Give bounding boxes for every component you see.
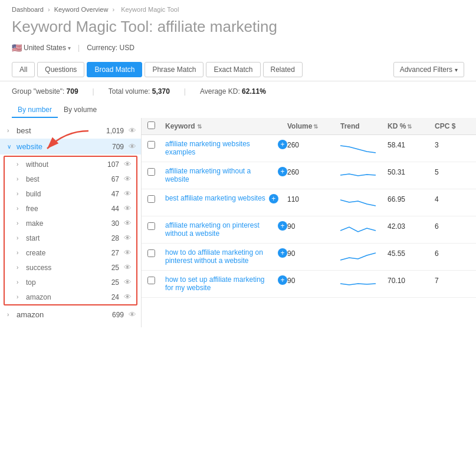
sort-by-volume[interactable]: By volume bbox=[58, 103, 103, 118]
sub-item-start[interactable]: › start 28 👁 bbox=[5, 231, 136, 245]
th-keyword: Keyword ⇅ bbox=[165, 122, 287, 130]
keyword-link[interactable]: affiliate marketing on pinterest without… bbox=[165, 221, 274, 238]
chevron-right-icon: › bbox=[17, 294, 24, 300]
sub-item-amazon[interactable]: › amazon 24 👁 bbox=[5, 290, 136, 304]
sort-tabs: By number By volume bbox=[0, 99, 476, 118]
add-keyword-icon[interactable]: + bbox=[269, 194, 278, 203]
sort-by-number[interactable]: By number bbox=[12, 103, 58, 118]
sidebar-item-amazon-bottom[interactable]: › amazon 699 👁 bbox=[0, 307, 141, 323]
cpc-cell: 6 bbox=[435, 248, 470, 258]
row-checkbox[interactable] bbox=[147, 249, 155, 257]
row-checkbox[interactable] bbox=[147, 168, 155, 176]
advanced-filters-dropdown[interactable]: Advanced Filters ▾ bbox=[393, 62, 464, 77]
row-checkbox[interactable] bbox=[147, 277, 155, 284]
table-row: affiliate marketing websites examples + … bbox=[142, 135, 476, 162]
sub-label: amazon bbox=[26, 293, 109, 301]
sidebar-label: best bbox=[17, 126, 104, 135]
eye-icon[interactable]: 👁 bbox=[124, 292, 132, 301]
db-label[interactable]: 🇺🇸 United States ▾ bbox=[12, 43, 71, 52]
sidebar: › best 1,019 👁 ∨ website 709 👁 bbox=[0, 118, 142, 327]
volume-cell: 90 bbox=[287, 248, 340, 258]
chevron-right-icon: › bbox=[7, 311, 14, 318]
tab-broad-match[interactable]: Broad Match bbox=[87, 62, 142, 77]
chevron-right-icon: › bbox=[17, 190, 24, 197]
sub-item-build[interactable]: › build 47 👁 bbox=[5, 186, 136, 201]
kd-cell: 45.55 bbox=[388, 248, 435, 258]
sub-item-without[interactable]: › without 107 👁 bbox=[5, 157, 136, 172]
sidebar-label: amazon bbox=[17, 310, 110, 319]
eye-icon[interactable]: 👁 bbox=[124, 204, 132, 213]
eye-icon[interactable]: 👁 bbox=[124, 160, 132, 169]
add-keyword-icon[interactable]: + bbox=[278, 221, 287, 231]
tab-phrase-match[interactable]: Phrase Match bbox=[145, 62, 203, 77]
eye-icon[interactable]: 👁 bbox=[124, 219, 132, 228]
trend-cell bbox=[340, 221, 388, 238]
tab-exact-match[interactable]: Exact Match bbox=[206, 62, 260, 77]
volume-cell: 90 bbox=[287, 221, 340, 231]
keyword-link[interactable]: best affiliate marketing websites bbox=[165, 194, 265, 202]
sidebar-item-website[interactable]: ∨ website 709 👁 bbox=[0, 139, 141, 155]
row-checkbox[interactable] bbox=[147, 141, 155, 149]
keyword-link[interactable]: how to set up affiliate marketing for my… bbox=[165, 275, 274, 292]
th-trend: Trend bbox=[340, 122, 388, 130]
sort-icon[interactable]: ⇅ bbox=[197, 123, 202, 130]
eye-icon[interactable]: 👁 bbox=[124, 263, 132, 272]
chevron-right-icon: › bbox=[17, 279, 24, 285]
eye-icon[interactable]: 👁 bbox=[124, 189, 132, 198]
tab-questions[interactable]: Questions bbox=[37, 62, 84, 77]
sub-item-success[interactable]: › success 25 👁 bbox=[5, 260, 136, 275]
sort-icon[interactable]: ⇅ bbox=[407, 123, 412, 130]
add-keyword-icon[interactable]: + bbox=[278, 167, 287, 176]
sub-count: 25 bbox=[111, 264, 119, 272]
sub-item-top[interactable]: › top 25 👁 bbox=[5, 275, 136, 290]
tab-related[interactable]: Related bbox=[263, 62, 303, 77]
kd-cell: 42.03 bbox=[388, 221, 435, 231]
sub-item-make[interactable]: › make 30 👁 bbox=[5, 216, 136, 231]
eye-icon[interactable]: 👁 bbox=[124, 248, 132, 257]
eye-icon[interactable]: 👁 bbox=[129, 310, 136, 319]
eye-icon[interactable]: 👁 bbox=[124, 234, 132, 242]
tab-all[interactable]: All bbox=[12, 62, 35, 77]
sidebar-item-best[interactable]: › best 1,019 👁 bbox=[0, 123, 141, 139]
sub-count: 27 bbox=[111, 249, 119, 257]
keyword-link[interactable]: affiliate marketing without a website bbox=[165, 167, 274, 183]
table-header: Keyword ⇅ Volume ⇅ Trend KD % ⇅ CPC $ bbox=[142, 118, 476, 135]
chevron-down-icon: ▾ bbox=[455, 67, 458, 73]
sub-label: top bbox=[26, 278, 109, 287]
row-checkbox[interactable] bbox=[147, 222, 155, 230]
sub-count: 25 bbox=[111, 278, 119, 287]
add-keyword-icon[interactable]: + bbox=[278, 140, 287, 149]
add-keyword-icon[interactable]: + bbox=[278, 275, 287, 285]
eye-icon[interactable]: 👁 bbox=[124, 175, 132, 183]
sort-icon[interactable]: ⇅ bbox=[313, 123, 318, 130]
keyword-link[interactable]: how to do affiliate marketing on pintere… bbox=[165, 248, 274, 265]
sub-item-best[interactable]: › best 67 👁 bbox=[5, 172, 136, 186]
avg-kd-stat: Average KD: 62.11% bbox=[200, 87, 266, 96]
row-checkbox[interactable] bbox=[147, 195, 155, 203]
sub-count: 47 bbox=[111, 190, 119, 198]
trend-cell bbox=[340, 275, 388, 292]
sub-item-free[interactable]: › free 44 👁 bbox=[5, 201, 136, 216]
sub-item-create[interactable]: › create 27 👁 bbox=[5, 245, 136, 260]
chevron-right-icon: › bbox=[17, 161, 24, 167]
page-title-keyword: affiliate marketing bbox=[157, 18, 277, 35]
chevron-right-icon: › bbox=[17, 205, 24, 212]
sub-label: build bbox=[26, 190, 109, 198]
breadcrumb-dashboard[interactable]: Dashboard bbox=[12, 6, 44, 13]
sub-count: 28 bbox=[111, 234, 119, 242]
eye-icon[interactable]: 👁 bbox=[124, 278, 132, 287]
keyword-link[interactable]: affiliate marketing websites examples bbox=[165, 140, 274, 156]
eye-icon[interactable]: 👁 bbox=[129, 142, 136, 151]
eye-icon[interactable]: 👁 bbox=[129, 126, 136, 135]
sub-label: success bbox=[26, 264, 109, 272]
select-all-checkbox[interactable] bbox=[147, 121, 155, 129]
th-kd: KD % ⇅ bbox=[388, 122, 435, 130]
table-row: best affiliate marketing websites + 110 … bbox=[142, 189, 476, 216]
trend-cell bbox=[340, 194, 388, 211]
breadcrumb-keyword-overview[interactable]: Keyword Overview bbox=[54, 6, 109, 13]
cpc-cell: 6 bbox=[435, 221, 470, 231]
cpc-cell: 7 bbox=[435, 275, 470, 285]
stats-row: Group "website": 709 | Total volume: 5,3… bbox=[0, 81, 476, 99]
kd-cell: 50.31 bbox=[388, 167, 435, 176]
add-keyword-icon[interactable]: + bbox=[278, 248, 287, 258]
